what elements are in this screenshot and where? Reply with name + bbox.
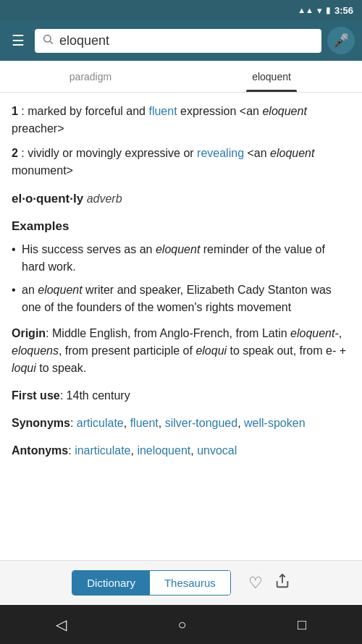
signal-icon: ▲▲ bbox=[298, 6, 313, 14]
home-button[interactable]: ○ bbox=[163, 611, 201, 639]
home-icon: ○ bbox=[177, 617, 186, 632]
def2-number: 2 bbox=[12, 147, 18, 159]
synonym-well-spoken[interactable]: well-spoken bbox=[244, 417, 305, 429]
origin-text1: : Middle English, from Anglo-French, fro… bbox=[46, 327, 290, 339]
def2-text2: <an bbox=[244, 147, 270, 159]
origin-comma: , bbox=[339, 327, 342, 339]
def1-italic: eloquent bbox=[262, 105, 306, 117]
origin-text3: to speak out, from bbox=[227, 344, 326, 357]
example2-italic1: eloquent bbox=[38, 284, 82, 296]
battery-icon: ▮ bbox=[326, 5, 331, 15]
origin-text4: e- + bbox=[326, 344, 346, 357]
hamburger-icon: ☰ bbox=[12, 33, 25, 48]
word-form-block: el·o·quent·ly adverb bbox=[12, 190, 350, 208]
bottom-actions: ♡ bbox=[248, 573, 290, 593]
def1-end: preacher> bbox=[12, 122, 64, 135]
example-1: His success serves as an eloquent remind… bbox=[12, 241, 350, 276]
def2-italic: eloquent bbox=[270, 147, 314, 159]
origin-text2: , from present participle of bbox=[59, 344, 195, 357]
def1-text-before: marked by forceful and bbox=[25, 105, 149, 117]
recents-icon: □ bbox=[298, 617, 306, 632]
synonyms-label: Synonyms bbox=[12, 417, 70, 429]
first-use-block: First use: 14th century bbox=[12, 387, 350, 404]
recents-button[interactable]: □ bbox=[283, 611, 321, 639]
svg-line-1 bbox=[50, 41, 53, 44]
origin-label: Origin bbox=[12, 327, 46, 339]
origin-italic2: eloquens bbox=[12, 344, 59, 357]
word-form-main: el·o·quent·ly bbox=[12, 192, 83, 206]
hamburger-button[interactable]: ☰ bbox=[7, 29, 29, 52]
antonyms-block: Antonyms: inarticulate, ineloquent, unvo… bbox=[12, 442, 350, 459]
antonyms-colon: : bbox=[68, 444, 75, 457]
examples-title: Examples bbox=[12, 217, 350, 236]
tab-eloquent[interactable]: eloquent bbox=[181, 61, 362, 92]
tabs-bar: paradigm eloquent bbox=[0, 61, 362, 93]
example1-italic: eloquent bbox=[156, 243, 200, 255]
search-icon bbox=[42, 33, 54, 48]
nav-bar: ◁ ○ □ bbox=[0, 605, 362, 644]
def1-text-after: expression <an bbox=[177, 105, 263, 117]
def2-link-revealing[interactable]: revealing bbox=[197, 147, 244, 159]
status-bar: ▲▲ ▾ ▮ 3:56 bbox=[0, 0, 362, 20]
search-bar: ☰ 🎤 bbox=[0, 20, 362, 61]
origin-text5: to speak. bbox=[36, 362, 86, 374]
definition-2: 2 : vividly or movingly expressive or re… bbox=[12, 145, 350, 179]
synonyms-colon: : bbox=[70, 417, 77, 429]
share-button[interactable] bbox=[274, 573, 290, 593]
def1-colon: : bbox=[18, 105, 25, 117]
first-use-text: : 14th century bbox=[60, 389, 130, 402]
dictionary-toggle-button[interactable]: Dictionary bbox=[72, 571, 150, 595]
def1-link-fluent[interactable]: fluent bbox=[148, 105, 177, 117]
synonym-articulate[interactable]: articulate bbox=[77, 417, 124, 429]
share-icon bbox=[274, 576, 290, 592]
origin-italic3: eloqui bbox=[195, 344, 227, 357]
synonym-fluent[interactable]: fluent bbox=[130, 417, 159, 429]
status-time: 3:56 bbox=[334, 5, 353, 16]
def2-colon: : bbox=[18, 147, 25, 159]
examples-list: His success serves as an eloquent remind… bbox=[12, 241, 350, 316]
examples-section: Examples His success serves as an eloque… bbox=[12, 217, 350, 317]
content-area: 1 : marked by forceful and fluent expres… bbox=[0, 93, 362, 560]
origin-block: Origin: Middle English, from Anglo-Frenc… bbox=[12, 325, 350, 377]
dict-thesaurus-toggle: Dictionary Thesaurus bbox=[72, 570, 231, 596]
first-use-label: First use bbox=[12, 389, 60, 402]
def2-end: monument> bbox=[12, 164, 73, 177]
antonym-unvocal[interactable]: unvocal bbox=[197, 444, 237, 457]
svg-point-0 bbox=[44, 35, 51, 42]
mic-icon: 🎤 bbox=[333, 33, 349, 48]
heart-icon: ♡ bbox=[248, 574, 263, 592]
def1-number: 1 bbox=[12, 105, 18, 117]
antonyms-label: Antonyms bbox=[12, 444, 68, 457]
example-2: an eloquent writer and speaker, Elizabet… bbox=[12, 281, 350, 316]
favorite-button[interactable]: ♡ bbox=[248, 573, 263, 593]
status-icons: ▲▲ ▾ ▮ 3:56 bbox=[298, 5, 353, 16]
bottom-bar: Dictionary Thesaurus ♡ bbox=[0, 560, 362, 605]
antonym-ineloquent[interactable]: ineloquent bbox=[137, 444, 190, 457]
word-pos: adverb bbox=[83, 192, 122, 205]
antonym-inarticulate[interactable]: inarticulate bbox=[75, 444, 130, 457]
wifi-icon: ▾ bbox=[317, 5, 322, 16]
back-icon: ◁ bbox=[56, 617, 67, 632]
back-button[interactable]: ◁ bbox=[41, 610, 81, 639]
tab-paradigm[interactable]: paradigm bbox=[0, 61, 181, 92]
microphone-button[interactable]: 🎤 bbox=[327, 27, 355, 54]
synonym-silver-tongued[interactable]: silver-tongued bbox=[165, 417, 238, 429]
origin-italic4: loqui bbox=[12, 362, 36, 374]
search-input[interactable] bbox=[59, 33, 314, 48]
definition-1: 1 : marked by forceful and fluent expres… bbox=[12, 103, 350, 137]
origin-italic1: eloquent- bbox=[290, 327, 339, 339]
thesaurus-toggle-button[interactable]: Thesaurus bbox=[150, 571, 230, 595]
search-container bbox=[35, 29, 321, 53]
synonyms-block: Synonyms: articulate, fluent, silver-ton… bbox=[12, 415, 350, 432]
def2-text: vividly or movingly expressive or bbox=[25, 147, 197, 159]
